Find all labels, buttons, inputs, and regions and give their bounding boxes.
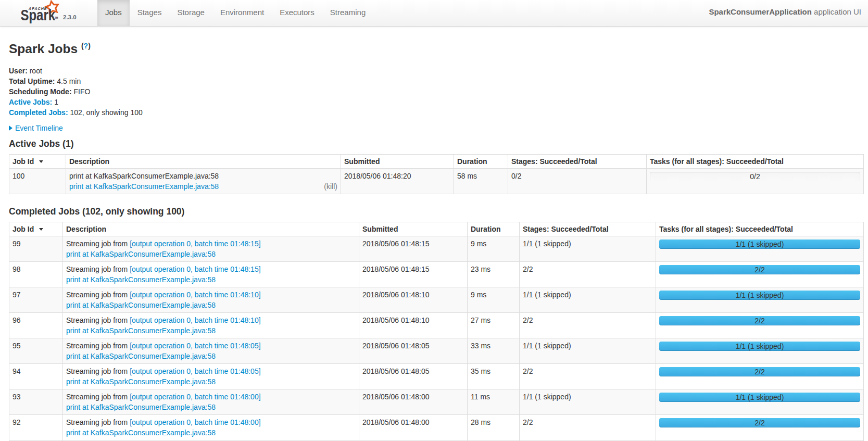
svg-text:TM: TM — [55, 17, 58, 19]
svg-text:Spark: Spark — [20, 6, 55, 23]
